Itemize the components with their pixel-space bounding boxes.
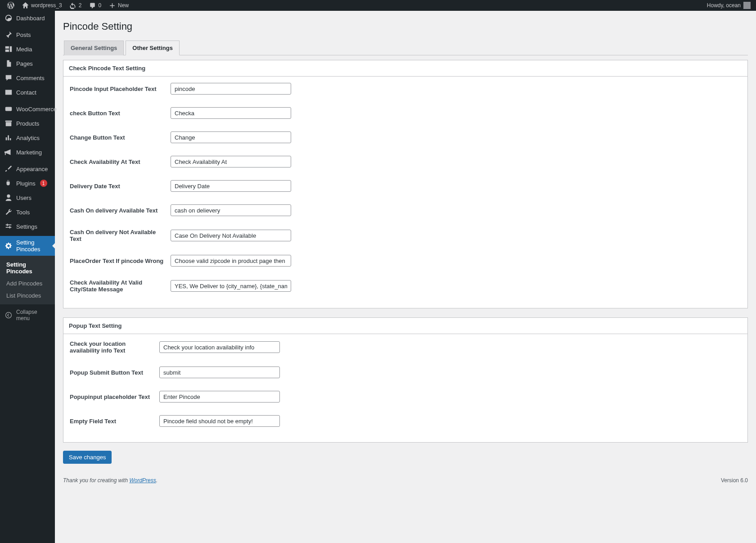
account-link[interactable]: Howdy, ocean: [703, 0, 752, 11]
greeting-text: Howdy, ocean: [707, 2, 741, 9]
comments-link[interactable]: 0: [85, 0, 105, 11]
menu-tools[interactable]: Tools: [0, 205, 55, 219]
menu-label: Contact: [16, 89, 36, 96]
new-content-link[interactable]: New: [105, 0, 132, 11]
menu-label: Pages: [16, 60, 33, 67]
admin-sidebar: Dashboard Posts Media Pages Comments Con…: [0, 11, 55, 543]
popup-input-placeholder-input[interactable]: [159, 391, 280, 403]
check-availability-at-label: Check Availability At Text: [70, 158, 171, 165]
menu-label: Media: [16, 46, 32, 53]
nav-tabs: General Settings Other Settings: [63, 41, 748, 55]
menu-products[interactable]: Products: [0, 116, 55, 131]
placeorder-wrong-pincode-label: PlaceOrder Text If pincode Wrong: [70, 258, 171, 264]
menu-label: Settings: [16, 223, 37, 230]
user-icon: [4, 194, 13, 202]
menu-label: Marketing: [16, 149, 42, 156]
version-text: Version 6.0: [721, 477, 748, 484]
check-button-text-input[interactable]: [171, 107, 291, 119]
new-label: New: [118, 2, 129, 9]
collapse-menu-button[interactable]: Collapse menu: [0, 304, 55, 326]
svg-rect-0: [5, 107, 12, 111]
envelope-icon: [4, 88, 13, 96]
plugins-badge: 1: [40, 180, 47, 187]
menu-plugins[interactable]: Plugins 1: [0, 176, 55, 190]
pincode-placeholder-input[interactable]: [171, 83, 291, 95]
menu-label: Users: [16, 195, 32, 201]
svg-point-1: [6, 312, 12, 318]
cod-available-text-input[interactable]: [171, 204, 291, 216]
menu-pages[interactable]: Pages: [0, 56, 55, 71]
menu-label: Plugins: [16, 180, 36, 187]
tab-other-settings[interactable]: Other Settings: [126, 41, 180, 55]
postbox-header: Popup Text Setting: [63, 318, 747, 334]
chart-bar-icon: [4, 134, 13, 142]
menu-marketing[interactable]: Marketing: [0, 145, 55, 159]
menu-appearance[interactable]: Appearance: [0, 162, 55, 176]
archive-icon: [4, 119, 13, 127]
menu-setting-pincodes[interactable]: Setting Pincodes: [0, 236, 55, 256]
placeorder-wrong-pincode-input[interactable]: [171, 255, 291, 267]
delivery-date-text-label: Delivery Date Text: [70, 183, 171, 190]
page-icon: [4, 59, 13, 68]
admin-footer: Thank you for creating with WordPress. V…: [63, 477, 748, 484]
menu-posts[interactable]: Posts: [0, 27, 55, 42]
collapse-icon: [4, 311, 13, 319]
menu-dashboard[interactable]: Dashboard: [0, 11, 55, 25]
submenu-list-pincodes[interactable]: List Pincodes: [0, 290, 55, 302]
cod-available-text-label: Cash On delivery Available Text: [70, 207, 171, 214]
content-area: Pincode Setting General Settings Other S…: [55, 11, 756, 543]
menu-label: Analytics: [16, 135, 40, 141]
site-name: wordpress_3: [31, 2, 62, 9]
menu-label: Posts: [16, 32, 31, 38]
menu-label: Comments: [16, 75, 45, 81]
wrench-icon: [4, 208, 13, 216]
popup-submit-button-input[interactable]: [159, 367, 280, 378]
menu-contact[interactable]: Contact: [0, 85, 55, 100]
footer-thanks: Thank you for creating with: [63, 477, 129, 484]
plus-icon: [108, 2, 116, 9]
postbox-header: Check Pincode Text Setting: [63, 60, 747, 77]
check-location-info-input[interactable]: [159, 341, 280, 353]
popup-text-setting-box: Popup Text Setting Check your location a…: [63, 317, 748, 443]
cod-not-available-text-label: Cash On delivery Not Available Text: [70, 229, 171, 242]
pin-icon: [4, 31, 13, 39]
menu-label: Setting Pincodes: [16, 239, 51, 253]
empty-field-text-input[interactable]: [159, 415, 280, 427]
brush-icon: [4, 165, 13, 173]
gear-icon: [4, 242, 13, 250]
wp-logo-link[interactable]: [4, 0, 18, 11]
media-icon: [4, 45, 13, 53]
check-availability-at-input[interactable]: [171, 156, 291, 167]
menu-comments[interactable]: Comments: [0, 71, 55, 85]
menu-woocommerce[interactable]: WooCommerce: [0, 102, 55, 116]
menu-label: Appearance: [16, 166, 48, 172]
delivery-date-text-input[interactable]: [171, 180, 291, 192]
valid-city-state-msg-input[interactable]: [171, 280, 291, 292]
check-pincode-text-setting-box: Check Pincode Text Setting Pincode Input…: [63, 60, 748, 308]
menu-analytics[interactable]: Analytics: [0, 131, 55, 145]
check-location-info-label: Check your location availability info Te…: [70, 340, 159, 354]
dashboard-icon: [4, 14, 13, 22]
menu-settings[interactable]: Settings: [0, 219, 55, 234]
page-title: Pincode Setting: [63, 21, 748, 32]
menu-label: WooCommerce: [16, 106, 57, 113]
updates-link[interactable]: 2: [66, 0, 86, 11]
valid-city-state-msg-label: Check Availability At Valid City/State M…: [70, 279, 171, 293]
pincode-placeholder-label: Pincode Input Placeholder Text: [70, 86, 171, 92]
change-button-text-input[interactable]: [171, 131, 291, 143]
submenu-add-pincodes[interactable]: Add Pincodes: [0, 277, 55, 290]
site-name-link[interactable]: wordpress_3: [18, 0, 66, 11]
menu-media[interactable]: Media: [0, 42, 55, 56]
menu-users[interactable]: Users: [0, 190, 55, 205]
comments-count: 0: [98, 2, 101, 9]
submenu-setting-pincodes-main[interactable]: Setting Pincodes: [0, 258, 55, 277]
popup-submit-button-label: Popup Submit Button Text: [70, 369, 159, 376]
sliders-icon: [4, 222, 13, 231]
cod-not-available-text-input[interactable]: [171, 230, 291, 241]
tab-general-settings[interactable]: General Settings: [64, 41, 124, 55]
wordpress-link[interactable]: WordPress: [129, 477, 156, 484]
avatar: [743, 2, 751, 9]
save-button[interactable]: Save changes: [63, 451, 112, 464]
update-icon: [69, 2, 76, 9]
plug-icon: [4, 179, 13, 187]
